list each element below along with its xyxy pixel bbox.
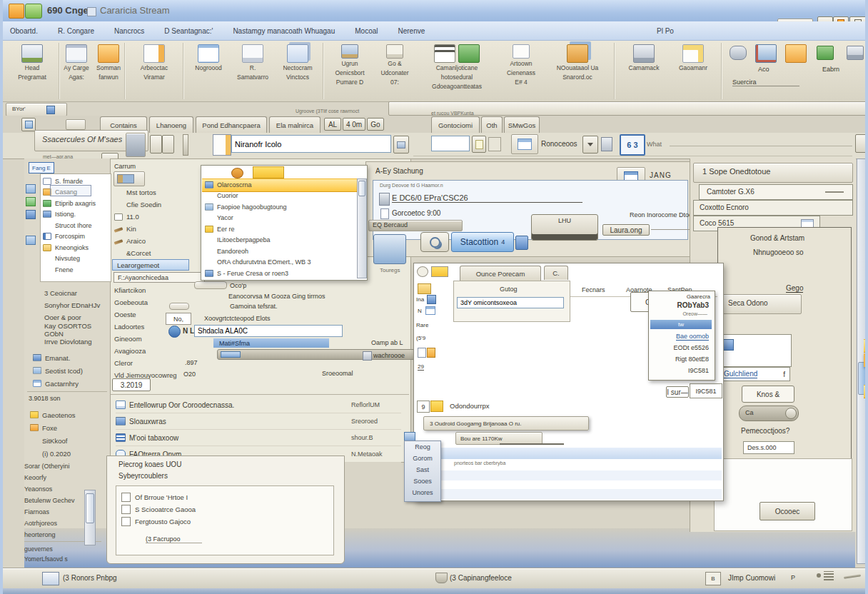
gutog-input[interactable] [457,297,564,308]
combo-selected[interactable]: tw [650,320,712,329]
combo-link[interactable]: Bae oomob [676,333,709,341]
corner-tool[interactable] [855,134,868,153]
sidebar-item[interactable]: Irrve Diovlotang [44,336,110,348]
pencil-box[interactable] [488,137,501,151]
rp-des-box[interactable]: Des.s.000 [743,441,794,454]
menu-item[interactable]: Nastamgy manacoath Whuagau [233,27,335,35]
ribbon-button-arbeoctac[interactable]: ArbeoctacViramar [128,44,180,81]
ocooec-button[interactable]: Ocooec [760,502,815,520]
sidebar-item[interactable]: Nivsuteg [43,253,108,265]
check-row[interactable]: Of Brroue 'Hrtoe I [121,491,321,503]
ribbon-button-snarord[interactable]: NOouataaol UaSnarord.oc [544,44,611,81]
context-menu-item[interactable]: Sooes [405,475,440,487]
sidebar-item[interactable]: Emanat. [33,351,108,364]
ribbon-button-camanljoticane[interactable]: CamanljoticanehotoseduralGdoeagoantteata… [415,44,498,91]
magnifier-button[interactable] [420,232,449,252]
ribbon-button-carge[interactable]: Ay CargeAgas: [60,44,93,81]
badge-button[interactable]: 6 3 [620,134,645,156]
bottom-left-scrollbar[interactable] [84,490,96,545]
gray-tool-icon[interactable] [601,137,612,151]
sidebar-item[interactable]: Sonyhor EDnaHJv [44,299,110,311]
fang-button[interactable]: Fang E [29,162,54,173]
small-tool-2[interactable] [162,135,174,153]
middle-3019-button[interactable]: 3.2019 [112,378,151,391]
combo-item-4[interactable]: I9C581 [688,367,709,374]
dlg-row-2[interactable]: B PiGiAtyrEtESA Issooaon A.o31? [864,339,868,353]
status-b-icon[interactable]: B [705,572,721,585]
ribbon-icon-folder2[interactable] [785,44,807,63]
bottom-list-row[interactable]: Entellowrup Oor Coroodecnassa. ReflorlUM [116,397,401,413]
right-scrollbar[interactable] [857,158,868,564]
list-item[interactable]: YomerLfsaovd s [24,554,101,564]
rp-slider-knob[interactable] [785,408,797,419]
middle-highlight-item[interactable]: Learorgemeot [112,259,189,271]
dlg-row5-small[interactable]: I sur— [666,386,689,398]
dlg-tab[interactable]: Ounce Porecam [460,266,541,281]
laura-box[interactable]: Laura.ong [602,224,650,236]
tab-lhanoeng[interactable]: Lhanoeng [149,116,193,133]
rp-knos-button[interactable]: Knos & [742,386,794,403]
ribbon-button-nectocram[interactable]: NectocramVinctocs [276,44,320,81]
search-input[interactable] [231,135,391,153]
station-button[interactable]: Stacottion4 [451,232,514,252]
middle-item[interactable]: &Corcet [114,247,200,259]
menu-item[interactable]: Nerenve [398,27,425,35]
sidebar-item[interactable]: Strucot Ihore [43,220,108,231]
rp-row-1[interactable]: Camtoter G.X6 [699,184,853,200]
sidebar-item[interactable]: (i) 0.2020 [30,447,107,460]
middle-item[interactable]: Mst tortos [114,186,200,198]
sidebar-item[interactable]: SitKkoof [30,434,107,447]
context-menu-item[interactable]: Sast [405,464,440,475]
sidebar-item[interactable]: Foxe [30,421,107,434]
quick-access-bar[interactable]: BYor' [6,103,67,116]
note-button[interactable] [472,136,486,153]
menu-item[interactable]: D Seantagnac:' [164,27,213,35]
ribbon-icon-mouse[interactable] [730,46,748,61]
kbd-button[interactable]: LHU [531,214,598,241]
sidebar-item[interactable]: Kneongioks [43,242,108,253]
dlg-tool-1[interactable] [417,266,428,277]
sidebar-item[interactable]: Seotist Icod) [33,364,108,377]
big-gray-icon[interactable] [126,133,146,157]
sidebar-item[interactable]: Forcospim [43,231,108,243]
ribbon-icon-aco[interactable] [755,44,777,63]
dropdown-item[interactable]: Cuorior [205,191,358,202]
context-menu-item[interactable]: Gorom [405,453,440,464]
rp-slider[interactable]: Ca [739,406,799,421]
checkbox[interactable] [121,517,131,526]
ribbon-button-gaoamanr[interactable]: Gaoamanr [670,44,717,72]
dropdown-item[interactable]: Yacor [205,213,358,224]
grid-button[interactable] [511,134,538,154]
tab-smwgos[interactable]: SMwGos [504,116,540,133]
tab-mini-go[interactable]: Go [367,118,384,131]
dropdown-item[interactable]: S - Ferue Cresa or roen3 [205,268,358,279]
shdacla-input[interactable] [194,325,343,337]
dlg-row-3[interactable]: iTGi Darueg [864,353,868,367]
meeting-footer[interactable]: (3 Facrupoo [146,535,202,543]
checkbox[interactable] [121,493,131,502]
context-menu-item[interactable]: Unores [405,487,440,498]
check-row[interactable]: S Sciooatrce Gaooa [121,503,321,515]
sidebar-item[interactable]: Istiong. [43,209,108,221]
scrollbar-thumb[interactable] [358,181,365,196]
rp-row-2[interactable]: Coxotto Ecnoro [693,200,853,216]
tab-pond[interactable]: Pond Edhancpaera [196,116,267,133]
selected-text[interactable]: Mati#Sfma [213,338,329,348]
tab-gontociomi[interactable]: Gontociomi [431,116,480,133]
middle-item[interactable]: Araico [114,235,200,247]
tabstrip-small-box[interactable] [66,119,86,130]
scrollbar-thumb[interactable] [86,493,94,523]
rp-gulchliend-button[interactable]: Gulchliend f [719,367,790,381]
ribbon-button-udconater[interactable]: Go &Udconater07: [375,44,414,86]
tab-mini-al[interactable]: AL [324,118,341,131]
dlg-bar[interactable]: 3 Oudroid Googamg Brijanoaa O ru. [423,416,589,431]
bottom-list-row[interactable]: Sloauxwras Sreoroed [116,413,401,430]
dropdown-item[interactable]: ILitoecberpagpeba [205,235,358,246]
menu-item[interactable]: Nancrocs [114,27,144,35]
sidebar-item[interactable]: Gactarnhry [33,377,108,390]
status-window-icon[interactable] [42,572,59,585]
menu-right-label[interactable]: Pl Po [657,27,674,35]
list-item[interactable]: Sorar (Otheryini [24,460,96,472]
context-menu-item[interactable]: Reog [405,441,440,453]
combo-item-2[interactable]: EODt e5526 [673,344,709,351]
